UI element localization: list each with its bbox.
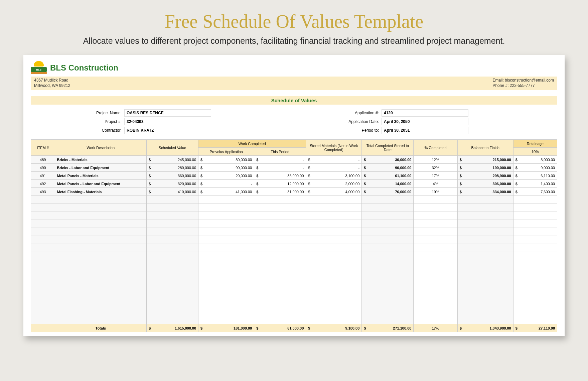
cell-empty[interactable] bbox=[198, 252, 254, 260]
cell-empty[interactable] bbox=[457, 212, 513, 220]
cell-empty[interactable] bbox=[306, 196, 362, 204]
cell-empty[interactable] bbox=[414, 212, 457, 220]
cell-empty[interactable] bbox=[198, 244, 254, 252]
cell-empty[interactable] bbox=[254, 260, 306, 268]
cell-empty[interactable] bbox=[198, 212, 254, 220]
cell-empty[interactable] bbox=[414, 220, 457, 228]
cell-empty[interactable] bbox=[147, 228, 198, 236]
cell-empty[interactable] bbox=[55, 252, 146, 260]
cell-empty[interactable] bbox=[198, 260, 254, 268]
cell-empty[interactable] bbox=[31, 276, 55, 284]
cell-empty[interactable] bbox=[31, 244, 55, 252]
cell[interactable]: $4,000.00 bbox=[306, 188, 362, 196]
cell-empty[interactable] bbox=[31, 228, 55, 236]
cell-empty[interactable] bbox=[31, 308, 55, 316]
cell-empty[interactable] bbox=[198, 236, 254, 244]
cell-empty[interactable] bbox=[198, 292, 254, 300]
cell-empty[interactable] bbox=[55, 300, 146, 308]
cell-empty[interactable] bbox=[55, 204, 146, 212]
cell-empty[interactable] bbox=[513, 316, 557, 324]
cell[interactable]: $- bbox=[306, 164, 362, 172]
cell-empty[interactable] bbox=[198, 276, 254, 284]
cell[interactable]: $90,000.00 bbox=[198, 164, 254, 172]
cell-empty[interactable] bbox=[147, 244, 198, 252]
cell-empty[interactable] bbox=[306, 316, 362, 324]
cell-empty[interactable] bbox=[254, 204, 306, 212]
cell-empty[interactable] bbox=[457, 308, 513, 316]
cell-empty[interactable] bbox=[147, 292, 198, 300]
cell-empty[interactable] bbox=[198, 204, 254, 212]
cell-pct[interactable]: 4% bbox=[414, 180, 457, 188]
cell-empty[interactable] bbox=[513, 220, 557, 228]
cell-empty[interactable] bbox=[306, 220, 362, 228]
cell-empty[interactable] bbox=[414, 268, 457, 276]
cell-empty[interactable] bbox=[254, 236, 306, 244]
cell[interactable]: $306,000.00 bbox=[457, 180, 513, 188]
cell-empty[interactable] bbox=[306, 284, 362, 292]
cell-empty[interactable] bbox=[513, 252, 557, 260]
cell-empty[interactable] bbox=[198, 196, 254, 204]
cell[interactable]: $298,900.00 bbox=[457, 172, 513, 180]
cell-empty[interactable] bbox=[147, 196, 198, 204]
cell-empty[interactable] bbox=[254, 212, 306, 220]
cell-empty[interactable] bbox=[55, 236, 146, 244]
cell-empty[interactable] bbox=[306, 204, 362, 212]
cell[interactable]: $215,000.00 bbox=[457, 156, 513, 164]
cell-empty[interactable] bbox=[254, 308, 306, 316]
cell-desc[interactable]: Bricks - Materials bbox=[55, 156, 146, 164]
cell-empty[interactable] bbox=[362, 284, 414, 292]
cell[interactable]: $- bbox=[306, 156, 362, 164]
cell-empty[interactable] bbox=[362, 276, 414, 284]
cell-empty[interactable] bbox=[198, 268, 254, 276]
cell-empty[interactable] bbox=[362, 204, 414, 212]
cell-empty[interactable] bbox=[457, 260, 513, 268]
cell-empty[interactable] bbox=[254, 316, 306, 324]
cell-empty[interactable] bbox=[55, 284, 146, 292]
cell-empty[interactable] bbox=[362, 236, 414, 244]
cell-empty[interactable] bbox=[414, 316, 457, 324]
cell-empty[interactable] bbox=[31, 292, 55, 300]
cell-empty[interactable] bbox=[362, 212, 414, 220]
cell-empty[interactable] bbox=[457, 228, 513, 236]
cell-empty[interactable] bbox=[513, 228, 557, 236]
cell-pct[interactable]: 32% bbox=[414, 164, 457, 172]
cell-empty[interactable] bbox=[457, 292, 513, 300]
cell-empty[interactable] bbox=[306, 268, 362, 276]
cell-empty[interactable] bbox=[254, 228, 306, 236]
cell[interactable]: $410,000.00 bbox=[147, 188, 198, 196]
cell-empty[interactable] bbox=[254, 292, 306, 300]
cell-empty[interactable] bbox=[147, 308, 198, 316]
cell[interactable]: $76,000.00 bbox=[362, 188, 414, 196]
cell-empty[interactable] bbox=[457, 300, 513, 308]
cell[interactable]: $14,000.00 bbox=[362, 180, 414, 188]
project-name-value[interactable]: OASIS RESIDENCE bbox=[124, 109, 211, 117]
cell[interactable]: $38,000.00 bbox=[254, 172, 306, 180]
cell-empty[interactable] bbox=[31, 284, 55, 292]
cell[interactable]: $- bbox=[254, 164, 306, 172]
cell-empty[interactable] bbox=[31, 212, 55, 220]
cell[interactable]: $320,000.00 bbox=[147, 180, 198, 188]
cell-empty[interactable] bbox=[55, 292, 146, 300]
contractor-value[interactable]: ROBIN KRATZ bbox=[124, 127, 211, 134]
cell-empty[interactable] bbox=[31, 252, 55, 260]
app-num-value[interactable]: 4120 bbox=[382, 109, 468, 117]
cell-empty[interactable] bbox=[362, 244, 414, 252]
cell-empty[interactable] bbox=[306, 276, 362, 284]
cell-empty[interactable] bbox=[306, 252, 362, 260]
cell-empty[interactable] bbox=[147, 316, 198, 324]
cell-empty[interactable] bbox=[457, 220, 513, 228]
cell[interactable]: $334,000.00 bbox=[457, 188, 513, 196]
cell-empty[interactable] bbox=[55, 260, 146, 268]
app-date-value[interactable]: April 30, 2050 bbox=[382, 118, 468, 125]
cell-empty[interactable] bbox=[362, 308, 414, 316]
cell-item[interactable]: 491 bbox=[31, 172, 55, 180]
period-value[interactable]: April 30, 2051 bbox=[382, 127, 468, 134]
cell-empty[interactable] bbox=[31, 196, 55, 204]
cell[interactable]: $360,000.00 bbox=[147, 172, 198, 180]
cell-empty[interactable] bbox=[55, 268, 146, 276]
cell-empty[interactable] bbox=[457, 284, 513, 292]
cell-empty[interactable] bbox=[198, 316, 254, 324]
cell-empty[interactable] bbox=[457, 268, 513, 276]
cell-empty[interactable] bbox=[147, 268, 198, 276]
cell-empty[interactable] bbox=[306, 292, 362, 300]
